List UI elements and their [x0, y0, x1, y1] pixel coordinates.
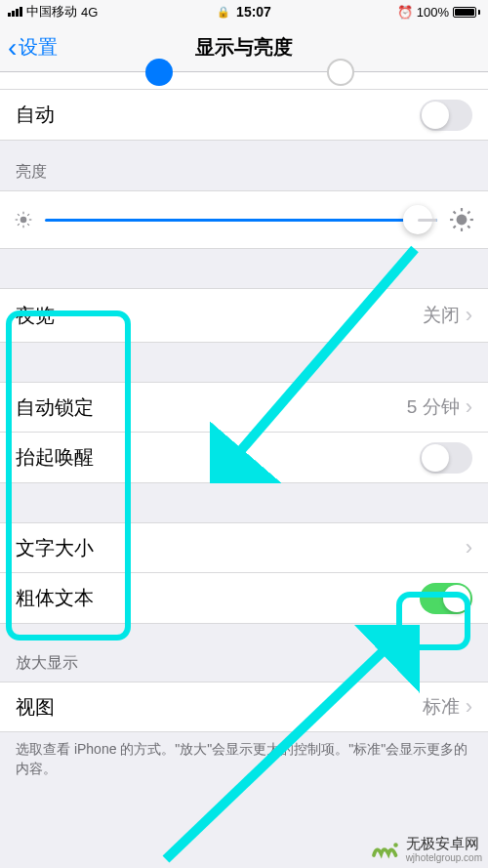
- bold-text-label: 粗体文本: [16, 585, 420, 611]
- zoom-section-header: 放大显示: [0, 624, 488, 682]
- sun-large-icon: [449, 207, 474, 232]
- raise-to-wake-label: 抬起唤醒: [16, 444, 420, 471]
- signal-icon: [8, 7, 22, 17]
- svg-line-5: [18, 214, 20, 216]
- sun-small-icon: [14, 210, 33, 229]
- brightness-section-header: 亮度: [0, 141, 488, 190]
- network-label: 4G: [81, 5, 98, 20]
- svg-line-6: [27, 224, 29, 226]
- view-row[interactable]: 视图 标准 ›: [0, 682, 488, 732]
- svg-point-20: [393, 843, 398, 847]
- auto-lock-label: 自动锁定: [16, 394, 407, 421]
- battery-icon: [453, 7, 480, 18]
- page-title: 显示与亮度: [195, 34, 293, 61]
- brightness-slider[interactable]: [45, 219, 437, 222]
- brightness-slider-row: [0, 190, 488, 249]
- chevron-right-icon: ›: [466, 303, 472, 328]
- raise-to-wake-row[interactable]: 抬起唤醒: [0, 433, 488, 483]
- night-shift-value: 关闭: [423, 303, 460, 328]
- lock-icon: 🔒: [217, 6, 230, 19]
- chevron-right-icon: ›: [466, 535, 472, 560]
- svg-point-9: [457, 215, 468, 226]
- chevron-right-icon: ›: [466, 394, 472, 420]
- bold-text-row[interactable]: 粗体文本: [0, 573, 488, 624]
- light-mode-selected-dot: [145, 59, 173, 86]
- svg-line-17: [468, 212, 469, 214]
- watermark-logo-icon: [371, 835, 400, 864]
- night-shift-label: 夜览: [16, 303, 423, 329]
- appearance-mode-row-clipped: [0, 72, 488, 90]
- nav-bar: ‹ 设置 显示与亮度: [0, 23, 488, 72]
- raise-to-wake-toggle[interactable]: [420, 442, 472, 474]
- chevron-right-icon: ›: [466, 694, 472, 720]
- watermark: 无极安卓网 wjhotelgroup.com: [371, 835, 482, 864]
- auto-lock-value: 5 分钟: [407, 394, 460, 420]
- night-shift-row[interactable]: 夜览 关闭 ›: [0, 288, 488, 343]
- zoom-footer-text: 选取查看 iPhone 的方式。"放大"会显示更大的控制项。"标准"会显示更多的…: [0, 732, 488, 798]
- auto-row[interactable]: 自动: [0, 90, 488, 141]
- text-size-row[interactable]: 文字大小 ›: [0, 522, 488, 573]
- back-button[interactable]: ‹ 设置: [0, 34, 58, 62]
- watermark-url: wjhotelgroup.com: [406, 852, 482, 863]
- svg-line-15: [468, 226, 469, 227]
- svg-line-7: [18, 224, 20, 226]
- status-time: 15:07: [236, 4, 271, 20]
- dark-mode-unselected-dot: [327, 59, 354, 86]
- back-label: 设置: [19, 34, 58, 61]
- chevron-left-icon: ‹: [8, 34, 17, 62]
- auto-lock-row[interactable]: 自动锁定 5 分钟 ›: [0, 382, 488, 433]
- svg-point-0: [20, 217, 27, 224]
- watermark-title: 无极安卓网: [406, 836, 482, 852]
- auto-toggle[interactable]: [420, 100, 472, 131]
- text-size-label: 文字大小: [16, 535, 460, 561]
- alarm-icon: ⏰: [397, 5, 413, 20]
- svg-line-14: [454, 212, 456, 214]
- status-bar: 中国移动 4G 🔒 15:07 ⏰ 100%: [0, 0, 488, 23]
- svg-line-16: [454, 226, 456, 227]
- view-value: 标准: [423, 694, 460, 720]
- svg-line-8: [27, 214, 29, 216]
- brightness-slider-thumb[interactable]: [403, 205, 432, 234]
- bold-text-toggle[interactable]: [420, 583, 472, 614]
- battery-pct: 100%: [417, 5, 449, 20]
- carrier-label: 中国移动: [26, 3, 77, 21]
- view-label: 视图: [16, 694, 423, 721]
- auto-label: 自动: [16, 102, 420, 128]
